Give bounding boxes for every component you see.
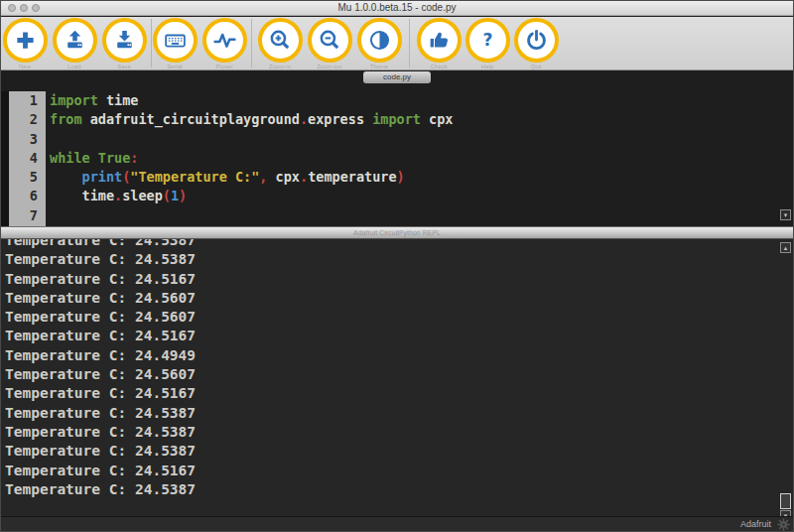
toolbar-button-label: Load	[47, 64, 102, 69]
keyboard-icon	[163, 28, 188, 53]
title-bar: Mu 1.0.0.beta.15 - code.py	[1, 1, 793, 16]
mu-window: Mu 1.0.0.beta.15 - code.py	[0, 0, 794, 532]
splitter-handle[interactable]: Adafruit CircuitPython REPL	[1, 226, 793, 239]
zoom-in-button[interactable]	[258, 18, 303, 63]
repl-pane-title: Adafruit CircuitPython REPL	[353, 229, 441, 236]
repl-line: Temperature C: 24.5387	[5, 250, 793, 269]
new-button[interactable]	[3, 18, 48, 63]
mode-label: Adafruit	[740, 519, 771, 529]
repl-line: Temperature C: 24.4949	[5, 346, 793, 365]
toolbar-button-label: Quit	[508, 64, 564, 69]
toolbar-button-label: Save	[96, 64, 152, 69]
repl-scrollbar-thumb[interactable]	[780, 493, 791, 509]
line-number: 2	[9, 110, 38, 129]
line-number: 4	[9, 149, 38, 168]
code-line	[50, 130, 793, 149]
line-number: 5	[9, 168, 38, 187]
help-button[interactable]: ?	[465, 18, 510, 63]
repl-output[interactable]: Temperature C: 24.5387Temperature C: 24.…	[1, 239, 793, 518]
line-number: 3	[9, 130, 38, 149]
repl-line: Temperature C: 24.5387	[5, 404, 793, 423]
download-icon	[112, 28, 137, 53]
code-line	[50, 206, 793, 225]
editor-gutter: 1234567	[9, 91, 46, 226]
repl-line: Temperature C: 24.5607	[5, 365, 793, 384]
svg-text:?: ?	[483, 30, 493, 50]
repl-scroll-up-button[interactable]: ▴	[780, 242, 791, 253]
toolbar-button-label: Check	[411, 64, 466, 69]
toolbar-separator	[409, 19, 410, 67]
save-button[interactable]	[102, 18, 147, 63]
toolbar-button-label: Help	[460, 64, 515, 69]
code-line: time.sleep(1)	[50, 187, 793, 205]
load-button[interactable]	[53, 18, 97, 63]
toolbar-button-label: Plotter	[197, 64, 252, 69]
code-line: print("Temperature C:", cpx.temperature)	[50, 168, 793, 187]
repl-line: Temperature C: 24.5387	[5, 480, 793, 499]
editor-code[interactable]: import timefrom adafruit_circuitplaygrou…	[46, 91, 793, 226]
contrast-icon	[367, 28, 392, 53]
repl-line: Temperature C: 24.5607	[5, 308, 793, 327]
toolbar: ? New Load Save Serial Plotter Zoom-in Z…	[1, 17, 793, 70]
toolbar-button-label: Serial	[147, 64, 202, 69]
window-title: Mu 1.0.0.beta.15 - code.py	[1, 2, 793, 13]
settings-button[interactable]	[776, 517, 791, 532]
thumbs-up-icon	[427, 28, 452, 53]
upload-icon	[63, 28, 87, 53]
code-line: while True:	[50, 149, 793, 168]
tab-code-py[interactable]: code.py	[363, 71, 431, 83]
plotter-button[interactable]	[202, 18, 247, 63]
editor-scroll-down-button[interactable]: ▾	[780, 209, 791, 220]
zoom-out-button[interactable]	[308, 18, 352, 63]
pulse-icon	[212, 28, 237, 53]
line-number: 1	[9, 91, 38, 110]
repl-line: Temperature C: 24.5607	[5, 289, 793, 308]
repl-line: Temperature C: 24.5167	[5, 384, 793, 403]
gear-icon	[776, 517, 791, 532]
toolbar-separator	[251, 19, 252, 67]
toolbar-button-label: Zoom-in	[252, 64, 308, 69]
status-bar: Adafruit	[1, 516, 793, 531]
toolbar-button-label: Zoom-out	[302, 64, 357, 69]
repl-line: Temperature C: 24.5167	[5, 462, 793, 480]
repl-line: Temperature C: 24.5387	[5, 442, 793, 461]
zoom-out-icon	[318, 28, 342, 53]
zoom-in-icon	[268, 28, 293, 53]
quit-button[interactable]	[514, 18, 559, 63]
code-line: from adafruit_circuitplayground.express …	[50, 110, 793, 129]
toolbar-button-label: Theme	[351, 64, 407, 69]
marker-margin	[1, 91, 9, 226]
repl-line: Temperature C: 24.5387	[5, 239, 793, 250]
repl-line: Temperature C: 24.5167	[5, 327, 793, 345]
code-editor-pane: code.py 1234567 import timefrom adafruit…	[1, 70, 793, 226]
toolbar-separator	[151, 19, 152, 67]
power-icon	[524, 28, 549, 53]
toolbar-button-label: New	[0, 64, 53, 69]
repl-line: Temperature C: 24.5387	[5, 423, 793, 442]
serial-button[interactable]	[153, 18, 198, 63]
plus-icon	[13, 28, 38, 53]
theme-button[interactable]	[357, 18, 402, 63]
line-number: 7	[9, 206, 38, 225]
repl-line: Temperature C: 24.5167	[5, 270, 793, 289]
check-button[interactable]	[417, 18, 462, 63]
question-icon: ?	[475, 28, 500, 53]
line-number: 6	[9, 187, 38, 205]
code-line: import time	[50, 91, 793, 110]
